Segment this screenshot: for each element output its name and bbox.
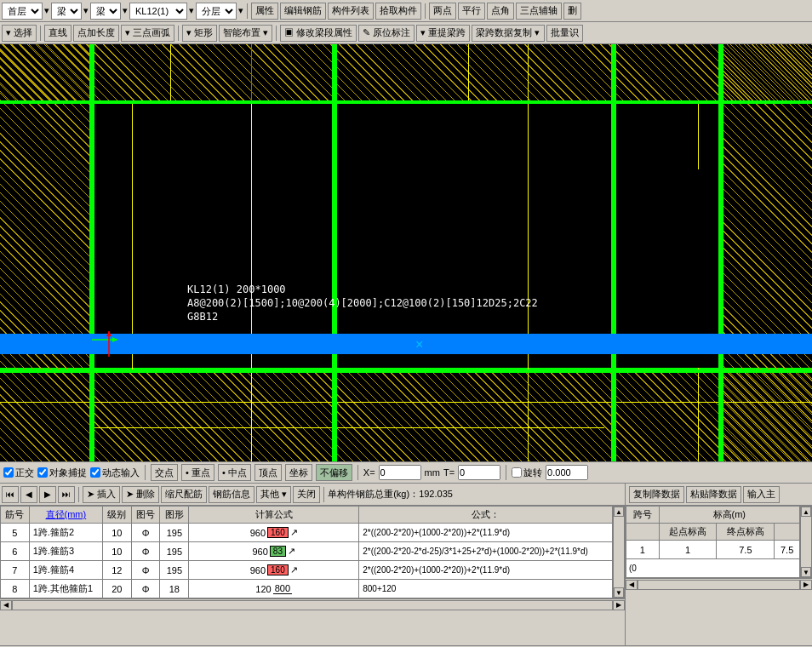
- row5-id: 5: [1, 524, 30, 542]
- three-point-button[interactable]: 三点辅轴: [516, 3, 562, 20]
- smart-layout-button[interactable]: 智能布置 ▾: [219, 25, 272, 42]
- row8-figno: 18: [160, 580, 189, 598]
- insert-btn[interactable]: ➤ 插入: [83, 486, 120, 503]
- other-btn[interactable]: 其他 ▾: [256, 486, 291, 503]
- right-scroll-left[interactable]: ◀: [626, 580, 638, 590]
- component-list-button[interactable]: 构件列表: [328, 3, 374, 20]
- rt-start: 7.5: [717, 541, 775, 559]
- scale-rebar-btn[interactable]: 缩尺配筋: [161, 486, 207, 503]
- row7-fig: 960 160 ↗: [189, 561, 359, 580]
- right-scroll-up[interactable]: ▲: [801, 507, 811, 517]
- rotate-toggle[interactable]: 旋转: [512, 467, 542, 479]
- toolbar-row-1: 首层 ▾ 梁 ▾ 梁 ▾ KL12(1) ▾ 分层1 ▾ 属性 编辑钢筋 构件列…: [0, 0, 812, 22]
- table-wrap: 筋号 直径(mm) 级别 图号 图形 计算公式 公式： 5 1跨.箍筋2 10: [0, 506, 625, 598]
- row5-formula: 2*((200-2*20)+(1000-2*20))+2*(11.9*d): [359, 524, 613, 542]
- t-input[interactable]: [458, 465, 500, 480]
- arc-button[interactable]: ▾ 三点画弧: [121, 25, 174, 42]
- x-input[interactable]: [379, 465, 421, 480]
- scroll-down[interactable]: ▼: [614, 587, 624, 598]
- layer-select[interactable]: 首层: [2, 3, 43, 20]
- last-btn[interactable]: ⏭: [58, 486, 75, 503]
- nav-div1: [78, 487, 79, 502]
- col-header-id: 筋号: [1, 507, 30, 524]
- canvas-area[interactable]: × KL12(1) 200*1000 A8@200(2)[1500];10@20…: [0, 44, 812, 461]
- point-angle-button[interactable]: 点角: [487, 3, 514, 20]
- right-scroll-right[interactable]: ▶: [800, 580, 812, 590]
- row5-grade: Φ: [131, 524, 160, 542]
- span-row: 1 1 7.5 7.5: [626, 541, 800, 559]
- yellow-v-3: [468, 44, 469, 102]
- span-select[interactable]: 分层1: [196, 3, 237, 20]
- paste-span-btn[interactable]: 粘贴降数据: [686, 486, 741, 503]
- name-select[interactable]: 梁: [90, 3, 121, 20]
- modify-segment-button[interactable]: ▣ 修改梁段属性: [280, 25, 357, 42]
- table-row: 6 1跨.箍筋3 10 Φ 195 960 83 ↗ 2*((200-2: [1, 542, 613, 561]
- scroll-right[interactable]: ▶: [613, 600, 625, 610]
- coord-button[interactable]: 坐标: [285, 464, 312, 481]
- row7-dia: 12: [103, 561, 132, 580]
- rt-id: 1: [659, 541, 717, 559]
- dynamic-input-toggle[interactable]: 动态输入: [90, 467, 140, 479]
- first-btn[interactable]: ⏮: [2, 486, 19, 503]
- next-btn[interactable]: ▶: [39, 486, 56, 503]
- table-scrollbar[interactable]: ▲ ▼: [613, 506, 625, 598]
- endpoint-button[interactable]: • 重点: [181, 464, 214, 481]
- sep5: ▾: [238, 5, 243, 16]
- right-scrollbar[interactable]: ▲ ▼: [800, 506, 812, 578]
- inplace-mark-button[interactable]: ✎ 原位标注: [358, 25, 415, 42]
- delete-row-btn[interactable]: ➤ 删除: [122, 486, 159, 503]
- beam-text-line2: A8@200(2)[1500];10@200(4)[2000];C12@100(…: [187, 296, 538, 310]
- rebar-info-btn[interactable]: 钢筋信息: [209, 486, 254, 503]
- copy-span-btn[interactable]: 复制降数据: [629, 486, 684, 503]
- row7-id: 7: [1, 561, 30, 580]
- line-button[interactable]: 直线: [44, 25, 71, 42]
- snap-toggle[interactable]: 对象捕捉: [37, 467, 87, 479]
- green-col-3: [611, 44, 616, 461]
- attr-button[interactable]: 属性: [251, 3, 278, 20]
- row8-fig: 120 800: [189, 580, 359, 598]
- green-col-4: [718, 44, 723, 461]
- vertex-button[interactable]: 顶点: [254, 464, 282, 481]
- x-label: X=: [363, 467, 375, 478]
- type-select[interactable]: 梁: [51, 3, 82, 20]
- row7-formula: 2*((200-2*20)+(1000-2*20))+2*(11.9*d): [359, 561, 613, 580]
- rt-col-height: 标高(m): [659, 507, 799, 524]
- prev-btn[interactable]: ◀: [20, 486, 37, 503]
- delete-button[interactable]: 删: [563, 3, 581, 20]
- rect-button[interactable]: ▾ 矩形: [182, 25, 217, 42]
- copy-span-data-button[interactable]: 梁跨数据复制 ▾: [472, 25, 544, 42]
- reset-span-button[interactable]: ▾ 重提梁跨: [416, 25, 470, 42]
- batch-recog-button[interactable]: 批量识: [546, 25, 583, 42]
- row5-fig: 960 160 ↗: [189, 524, 359, 542]
- span-row-extra: (0: [626, 559, 800, 578]
- table-row: 7 1跨.箍筋4 12 Φ 195 960 160 ↗ 2*((200-: [1, 561, 613, 580]
- parallel-button[interactable]: 平行: [458, 3, 485, 20]
- ortho-toggle[interactable]: 正交: [3, 467, 34, 479]
- coord-cross: [92, 323, 126, 359]
- weight-label: 单构件钢筋总重(kg)：192.035: [328, 488, 453, 501]
- edit-rebar-button[interactable]: 编辑钢筋: [280, 3, 326, 20]
- beam-id-select[interactable]: KL12(1): [129, 3, 187, 20]
- point-length-button[interactable]: 点加长度: [73, 25, 119, 42]
- rotate-input[interactable]: [546, 465, 588, 480]
- two-point-button[interactable]: 两点: [429, 3, 456, 20]
- intersect-button[interactable]: 交点: [151, 464, 178, 481]
- h-scrollbar[interactable]: ◀ ▶: [0, 598, 625, 610]
- scroll-left[interactable]: ◀: [0, 600, 12, 610]
- yellow-v-2: [251, 44, 252, 461]
- sep1: ▾: [44, 5, 49, 16]
- scroll-up[interactable]: ▲: [614, 507, 624, 517]
- row6-id: 6: [1, 542, 30, 561]
- right-h-scrollbar[interactable]: ◀ ▶: [626, 578, 812, 590]
- midpoint-button[interactable]: • 中点: [218, 464, 251, 481]
- row8-name: 1跨.其他箍筋1: [29, 580, 102, 598]
- no-offset-button[interactable]: 不偏移: [316, 464, 352, 481]
- table-panel: ⏮ ◀ ▶ ⏭ ➤ 插入 ➤ 删除 缩尺配筋 钢筋信息 其他 ▾ 关闭 单构件钢…: [0, 484, 625, 645]
- select-button[interactable]: ▾ 选择: [2, 25, 37, 42]
- nav-div2: [323, 487, 324, 502]
- t-label: T=: [443, 467, 455, 478]
- right-scroll-down[interactable]: ▼: [801, 567, 811, 577]
- input-main-btn[interactable]: 输入主: [743, 486, 780, 503]
- close-btn[interactable]: 关闭: [293, 486, 320, 503]
- pick-component-button[interactable]: 拾取构件: [375, 3, 421, 20]
